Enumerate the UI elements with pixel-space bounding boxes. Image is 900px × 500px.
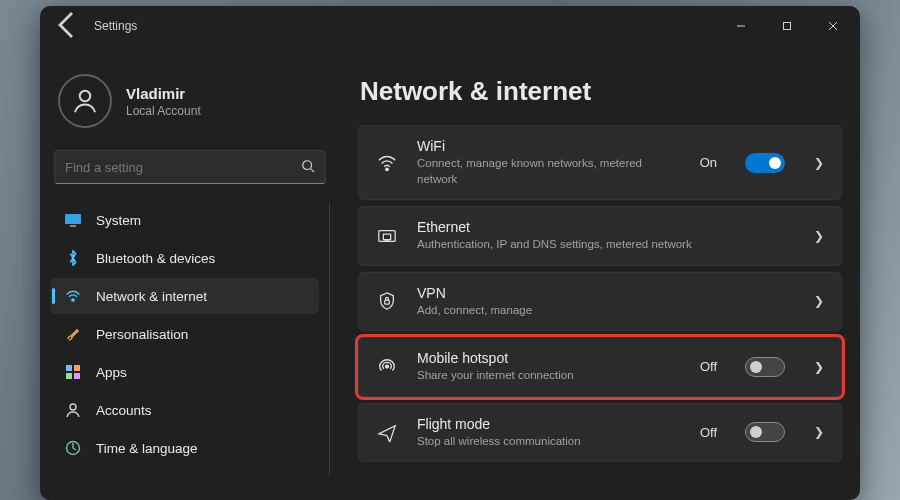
card-text: VPN Add, connect, manage [417, 285, 795, 319]
airplane-icon [375, 422, 399, 442]
minimize-button[interactable] [718, 6, 764, 46]
chevron-right-icon: ❯ [813, 425, 825, 439]
svg-rect-8 [70, 225, 76, 227]
sidebar-item-label: Accounts [96, 403, 152, 418]
titlebar: Settings [40, 6, 860, 46]
svg-rect-10 [66, 365, 72, 371]
svg-rect-13 [74, 373, 80, 379]
sidebar-item-label: Bluetooth & devices [96, 251, 215, 266]
card-subtitle: Share your internet connection [417, 368, 682, 384]
svg-line-6 [311, 168, 315, 172]
main-panel: Network & internet WiFi Connect, manage … [340, 46, 860, 500]
window-title: Settings [94, 19, 137, 33]
svg-point-4 [80, 91, 91, 102]
sidebar-item-personalisation[interactable]: Personalisation [50, 316, 319, 352]
sidebar-item-accounts[interactable]: Accounts [50, 392, 319, 428]
svg-rect-1 [784, 23, 791, 30]
svg-rect-12 [66, 373, 72, 379]
svg-point-14 [70, 404, 76, 410]
flight-mode-toggle[interactable] [745, 422, 785, 442]
svg-point-16 [386, 168, 388, 170]
svg-point-20 [386, 365, 389, 368]
hotspot-icon [375, 357, 399, 377]
bluetooth-icon [64, 249, 82, 267]
apps-icon [64, 363, 82, 381]
svg-point-5 [303, 160, 312, 169]
card-subtitle: Authentication, IP and DNS settings, met… [417, 237, 795, 253]
card-title: WiFi [417, 138, 682, 154]
card-title: Ethernet [417, 219, 795, 235]
card-wifi[interactable]: WiFi Connect, manage known networks, met… [358, 125, 842, 200]
person-icon [64, 401, 82, 419]
card-subtitle: Stop all wireless communication [417, 434, 682, 450]
window-body: Vladimir Local Account System Bluetooth … [40, 46, 860, 500]
sidebar-item-apps[interactable]: Apps [50, 354, 319, 390]
close-button[interactable] [810, 6, 856, 46]
toggle-state: Off [700, 359, 717, 374]
sidebar-item-label: Time & language [96, 441, 198, 456]
chevron-right-icon: ❯ [813, 360, 825, 374]
card-flight-mode[interactable]: Flight mode Stop all wireless communicat… [358, 403, 842, 463]
search-input[interactable] [65, 160, 301, 175]
search-icon [301, 159, 315, 176]
sidebar-item-network[interactable]: Network & internet [50, 278, 319, 314]
user-name: Vladimir [126, 85, 201, 102]
sidebar-item-label: Personalisation [96, 327, 188, 342]
card-vpn[interactable]: VPN Add, connect, manage ❯ [358, 272, 842, 332]
card-text: Mobile hotspot Share your internet conne… [417, 350, 682, 384]
brush-icon [64, 325, 82, 343]
hotspot-toggle[interactable] [745, 357, 785, 377]
toggle-state: On [700, 155, 717, 170]
card-text: Ethernet Authentication, IP and DNS sett… [417, 219, 795, 253]
svg-rect-7 [65, 214, 81, 224]
svg-point-9 [72, 299, 74, 301]
card-subtitle: Connect, manage known networks, metered … [417, 156, 682, 187]
profile-block[interactable]: Vladimir Local Account [50, 56, 330, 150]
svg-rect-19 [385, 300, 390, 304]
shield-lock-icon [375, 291, 399, 311]
wifi-toggle[interactable] [745, 153, 785, 173]
card-title: Mobile hotspot [417, 350, 682, 366]
page-title: Network & internet [360, 76, 842, 107]
sidebar-item-time[interactable]: Time & language [50, 430, 319, 466]
chevron-right-icon: ❯ [813, 229, 825, 243]
ethernet-icon [375, 226, 399, 246]
card-mobile-hotspot[interactable]: Mobile hotspot Share your internet conne… [358, 337, 842, 397]
wifi-icon [375, 153, 399, 173]
search-box[interactable] [54, 150, 326, 184]
chevron-right-icon: ❯ [813, 294, 825, 308]
svg-rect-11 [74, 365, 80, 371]
monitor-icon [64, 211, 82, 229]
avatar [58, 74, 112, 128]
back-button[interactable] [52, 9, 84, 44]
sidebar-item-bluetooth[interactable]: Bluetooth & devices [50, 240, 319, 276]
card-ethernet[interactable]: Ethernet Authentication, IP and DNS sett… [358, 206, 842, 266]
svg-rect-18 [383, 234, 390, 239]
settings-cards: WiFi Connect, manage known networks, met… [358, 125, 842, 462]
chevron-right-icon: ❯ [813, 156, 825, 170]
sidebar-item-label: Network & internet [96, 289, 207, 304]
sidebar-item-label: System [96, 213, 141, 228]
toggle-state: Off [700, 425, 717, 440]
sidebar: Vladimir Local Account System Bluetooth … [40, 46, 340, 500]
card-title: VPN [417, 285, 795, 301]
maximize-button[interactable] [764, 6, 810, 46]
window-controls [718, 6, 856, 46]
card-text: WiFi Connect, manage known networks, met… [417, 138, 682, 187]
sidebar-item-system[interactable]: System [50, 202, 319, 238]
settings-window: Settings Vladimir Local Account [40, 6, 860, 500]
clock-globe-icon [64, 439, 82, 457]
card-title: Flight mode [417, 416, 682, 432]
sidebar-item-label: Apps [96, 365, 127, 380]
sidebar-nav: System Bluetooth & devices Network & int… [50, 202, 330, 476]
account-type: Local Account [126, 104, 201, 118]
wifi-icon [64, 287, 82, 305]
card-subtitle: Add, connect, manage [417, 303, 795, 319]
profile-text: Vladimir Local Account [126, 85, 201, 118]
card-text: Flight mode Stop all wireless communicat… [417, 416, 682, 450]
